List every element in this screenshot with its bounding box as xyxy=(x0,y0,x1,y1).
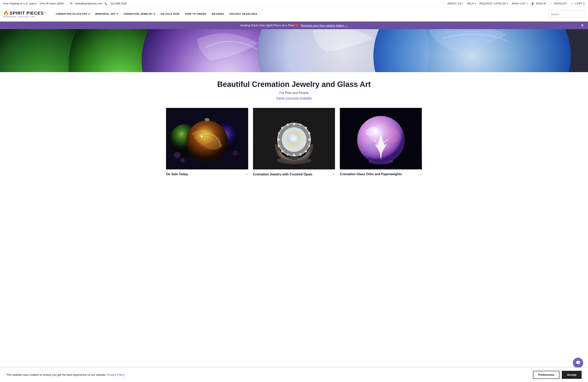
nav-cremation-jewelry-label: CREMATION JEWELRY xyxy=(124,13,153,15)
top-bar-left: Free shipping on U.S. orders. 10% off or… xyxy=(3,2,444,5)
ring-visual xyxy=(253,108,335,170)
search-input[interactable] xyxy=(549,11,585,18)
about-us-chevron: ▾ xyxy=(462,2,463,5)
nav-how-to-order[interactable]: HOW TO ORDER xyxy=(182,7,209,21)
svg-point-17 xyxy=(232,151,238,156)
help-nav[interactable]: HELP ▾ xyxy=(467,2,476,5)
glass-orb-visual xyxy=(340,108,422,170)
product-arrow-0[interactable]: → xyxy=(245,172,248,176)
svg-point-29 xyxy=(299,153,302,156)
hero-subtitle: For Pets and People xyxy=(166,91,422,95)
svg-point-32 xyxy=(281,150,283,153)
nav-cremation-jewelry[interactable]: CREMATION JEWELRY ▾ xyxy=(121,7,158,21)
request-catalog-nav[interactable]: REQUEST CATALOG ▾ xyxy=(480,2,508,5)
about-us-nav[interactable]: ABOUT US ▾ xyxy=(447,2,463,5)
top-bar: Free shipping on U.S. orders. 10% off or… xyxy=(0,0,588,7)
svg-point-24 xyxy=(305,127,307,129)
nav-how-to-order-label: HOW TO ORDER xyxy=(185,13,206,15)
nav-on-sale-now[interactable]: ON SALE NOW xyxy=(158,7,182,21)
nav-reviews[interactable]: REVIEWS xyxy=(209,7,227,21)
svg-point-15 xyxy=(174,152,181,158)
email-link[interactable]: hello@spiritpieces.com xyxy=(75,2,102,5)
product-label-2: Cremation Glass Orbs and Paperweights → xyxy=(340,170,422,178)
product-card-1[interactable]: Cremation Jewelry with Crushed Opals → xyxy=(253,108,335,178)
cart-nav[interactable]: CART 0 xyxy=(571,2,585,5)
sign-in-label: SIGN IN xyxy=(536,2,546,5)
free-shipping-link[interactable]: Free shipping on U.S. orders. xyxy=(3,2,37,5)
nav-holiday-deadlines-label: HOLIDAY DEADLINES xyxy=(230,13,257,15)
product-label-1: Cremation Jewelry with Crushed Opals → xyxy=(253,170,335,178)
logo-flame-icon: 🔥 xyxy=(3,11,9,16)
svg-point-26 xyxy=(308,138,311,141)
nav-memorial-art-chevron: ▾ xyxy=(117,13,118,15)
sign-in-nav[interactable]: SIGN IN xyxy=(531,2,546,5)
ring-svg xyxy=(253,108,335,170)
product-arrow-1[interactable]: → xyxy=(331,172,335,176)
product-name-1: Cremation Jewelry with Crushed Opals xyxy=(253,173,312,176)
svg-point-16 xyxy=(180,158,185,163)
logo[interactable]: 🔥 SPIRIT PIECES ™ REMEMBER THROUGH ART xyxy=(3,11,47,18)
logo-text: SPIRIT PIECES xyxy=(10,11,44,16)
hero-image xyxy=(0,29,588,72)
logo-tagline: REMEMBER THROUGH ART xyxy=(3,16,35,18)
nav-cremation-glass-art-label: CREMATION GLASS ART xyxy=(56,13,88,15)
svg-point-23 xyxy=(299,124,301,126)
ornament-visual xyxy=(166,108,248,170)
main-content: Beautiful Cremation Jewelry and Glass Ar… xyxy=(162,72,426,182)
nav-cremation-glass-art-chevron: ▾ xyxy=(88,13,90,15)
shipping-extra-text: 10% off orders $300+ xyxy=(40,2,64,5)
promo-catalog-link[interactable]: Request your free catalog today! → xyxy=(301,24,348,27)
product-label-0: On Sale Today → xyxy=(166,170,248,178)
cart-count: 0 xyxy=(583,2,585,5)
svg-point-36 xyxy=(281,127,283,129)
family-discounts-link[interactable]: Family Discounts Available xyxy=(276,96,312,100)
logo-trademark: ™ xyxy=(45,12,47,14)
cart-label: CART xyxy=(575,2,582,5)
svg-point-49 xyxy=(385,129,400,143)
promo-arrow: → xyxy=(345,24,348,27)
nav-cremation-glass-art[interactable]: CREMATION GLASS ART ▾ xyxy=(53,7,93,21)
product-image-2 xyxy=(340,108,422,170)
nav-memorial-art-label: MEMORIAL ART xyxy=(95,13,116,15)
wish-list-label: WISH LIST xyxy=(512,2,526,5)
help-chevron: ▾ xyxy=(475,2,476,5)
svg-point-31 xyxy=(287,153,289,155)
svg-point-50 xyxy=(365,141,377,154)
svg-point-33 xyxy=(278,145,280,147)
product-card-0[interactable]: On Sale Today → xyxy=(166,108,248,178)
product-card-2[interactable]: Cremation Glass Orbs and Paperweights → xyxy=(340,108,422,178)
svg-point-11 xyxy=(205,118,209,121)
top-bar-right: ABOUT US ▾ HELP ▾ REQUEST CATALOG ▾ WISH… xyxy=(447,2,585,5)
divider-1: | xyxy=(67,2,67,5)
logo-name: 🔥 SPIRIT PIECES ™ xyxy=(3,11,47,16)
wishlist-nav[interactable]: WISHLIST xyxy=(550,2,567,5)
svg-point-34 xyxy=(277,138,280,141)
nav-memorial-art[interactable]: MEMORIAL ART ▾ xyxy=(93,7,121,21)
ornament-svg xyxy=(166,108,248,170)
request-catalog-label: REQUEST CATALOG xyxy=(480,2,506,5)
cart-icon xyxy=(571,2,574,5)
about-us-label: ABOUT US xyxy=(447,2,462,5)
hero-title: Beautiful Cremation Jewelry and Glass Ar… xyxy=(166,80,422,89)
nav-reviews-label: REVIEWS xyxy=(212,13,224,15)
svg-point-37 xyxy=(286,123,289,126)
nav-holiday-deadlines[interactable]: HOLIDAY DEADLINES xyxy=(227,7,260,21)
svg-point-30 xyxy=(293,154,295,156)
help-label: HELP xyxy=(467,2,474,5)
request-catalog-chevron: ▾ xyxy=(507,2,508,5)
product-image-0 xyxy=(166,108,248,170)
product-name-0: On Sale Today xyxy=(166,172,188,176)
nav-on-sale-now-label: ON SALE NOW xyxy=(161,13,180,15)
promo-close-button[interactable]: ✕ xyxy=(581,23,584,28)
user-icon xyxy=(531,2,535,5)
promo-text: Healing Souls One Spirit Piece at a Time… xyxy=(240,24,299,27)
phone-link[interactable]: 512-886-2029 xyxy=(111,2,127,5)
wish-list-nav[interactable]: WISH LIST ▾ xyxy=(512,2,528,5)
product-arrow-2[interactable]: → xyxy=(419,172,422,176)
hero-svg xyxy=(0,29,588,72)
phone-icon xyxy=(105,2,108,5)
main-nav: 🔥 SPIRIT PIECES ™ REMEMBER THROUGH ART C… xyxy=(0,7,588,21)
svg-point-35 xyxy=(278,132,280,134)
glass-orb-svg xyxy=(340,108,422,170)
nav-cremation-jewelry-chevron: ▾ xyxy=(154,13,155,15)
